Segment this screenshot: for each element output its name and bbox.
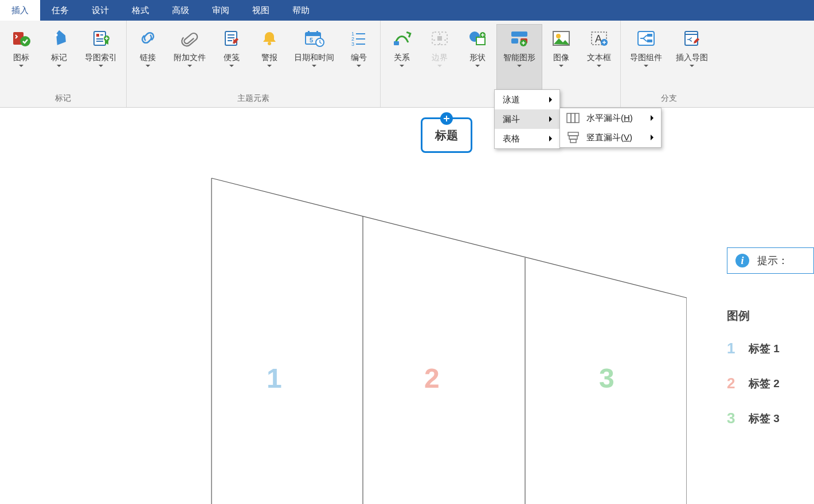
funnel-submenu: 水平漏斗(H) 竖直漏斗(V)	[559, 108, 662, 148]
add-plus-icon[interactable]	[440, 112, 453, 125]
svg-rect-4	[96, 34, 99, 37]
mapparts-button[interactable]: 导图组件	[623, 24, 669, 92]
legend-num: 3	[727, 410, 749, 427]
dropdown-icon	[475, 65, 480, 69]
group-label: 标记	[2, 92, 124, 107]
smartshape-menu: 泳道 漏斗 表格	[494, 89, 560, 149]
number-label: 编号	[351, 52, 367, 62]
guideindex-label: 导图索引	[85, 52, 117, 62]
svg-rect-29	[476, 37, 485, 45]
tab-view[interactable]: 视图	[241, 0, 281, 21]
svg-rect-32	[511, 38, 518, 44]
alarm-button[interactable]: 警报	[251, 24, 288, 92]
menu-item-hfunnel[interactable]: 水平漏斗(H)	[560, 108, 661, 128]
textbox-icon: A	[589, 28, 609, 49]
icon-label: 图标	[13, 52, 29, 62]
date-button[interactable]: 5 日期和时间	[288, 24, 340, 92]
smartshape-button[interactable]: 智能图形	[496, 24, 542, 92]
svg-rect-45	[571, 113, 575, 123]
legend-item-2[interactable]: 2 标签 2	[727, 375, 814, 392]
svg-rect-48	[569, 136, 577, 139]
link-button[interactable]: 链接	[129, 24, 167, 92]
dropdown-icon	[146, 65, 150, 69]
calendar-icon: 5	[304, 28, 324, 49]
legend-label: 标签 2	[749, 376, 780, 391]
hint-text: 提示：	[757, 254, 788, 267]
attach-button[interactable]: 附加文件	[167, 24, 213, 92]
hfunnel-icon	[566, 112, 581, 124]
insertmap-button[interactable]: 插入导图	[669, 24, 715, 92]
insertmap-label: 插入导图	[676, 52, 708, 62]
tab-help[interactable]: 帮助	[281, 0, 321, 21]
relation-icon	[392, 28, 412, 49]
shape-button[interactable]: 形状	[459, 24, 496, 92]
group-topic: 链接 附加文件 便笺 警报 5 日期和时间	[127, 21, 381, 107]
boundary-button: 边界	[421, 24, 459, 92]
funnel-num-1: 1	[267, 363, 282, 394]
paperclip-icon	[179, 28, 200, 49]
tab-insert[interactable]: 插入	[0, 0, 40, 21]
submenu-arrow-icon	[549, 136, 555, 141]
legend-title: 图例	[727, 308, 814, 324]
dropdown-icon	[19, 65, 24, 69]
dropdown-icon	[312, 65, 316, 69]
hint-box[interactable]: i 提示：	[727, 247, 814, 274]
number-button[interactable]: 123 编号	[340, 24, 378, 92]
funnel-num-3: 3	[599, 363, 615, 394]
submenu-arrow-icon	[651, 115, 656, 121]
group-label: 分支	[623, 92, 715, 107]
link-label: 链接	[140, 52, 156, 62]
icon-button[interactable]: 图标	[2, 24, 40, 92]
submenu-arrow-icon	[549, 116, 555, 122]
svg-point-13	[268, 42, 271, 45]
relation-button[interactable]: 关系	[383, 24, 421, 92]
tab-design[interactable]: 设计	[80, 0, 120, 21]
svg-rect-46	[575, 113, 579, 123]
ribbon: 图标 标记 导图索引 标记 链接	[0, 21, 814, 108]
smartshape-icon	[509, 28, 530, 49]
menu-item-table[interactable]: 表格	[495, 129, 559, 148]
attach-label: 附加文件	[174, 52, 206, 62]
note-icon	[221, 28, 242, 49]
image-button[interactable]: 图像	[542, 24, 580, 92]
title-node[interactable]: 标题	[421, 117, 472, 153]
svg-rect-17	[316, 31, 318, 34]
dropdown-icon	[597, 65, 601, 69]
tab-format[interactable]: 格式	[120, 0, 161, 21]
svg-point-36	[556, 34, 561, 38]
svg-rect-44	[567, 113, 571, 123]
group-branch: 导图组件 插入导图 分支	[621, 21, 717, 107]
legend-item-3[interactable]: 3 标签 3	[727, 410, 814, 427]
group-label: 主题元素	[129, 92, 378, 107]
svg-text:5: 5	[310, 37, 313, 44]
marker-button[interactable]: 标记	[40, 24, 78, 92]
funnel-num-2: 2	[424, 363, 440, 394]
dropdown-icon	[517, 65, 522, 69]
vfunnel-icon	[566, 131, 581, 144]
menu-item-lane[interactable]: 泳道	[495, 90, 559, 109]
note-button[interactable]: 便笺	[213, 24, 251, 92]
tab-review[interactable]: 审阅	[201, 0, 241, 21]
canvas[interactable]: 标题 1 2 3 i 提示： 图例 1 标签 1 2 标签 2 3 标签 3	[0, 108, 814, 504]
shape-label: 形状	[469, 52, 486, 62]
svg-rect-42	[647, 40, 652, 42]
menu-item-funnel[interactable]: 漏斗	[495, 109, 559, 129]
menu-label: 泳道	[503, 94, 520, 105]
legend-num: 2	[727, 375, 749, 392]
tag-icon	[49, 28, 69, 49]
dropdown-icon	[437, 65, 442, 69]
insertmap-icon	[682, 28, 702, 49]
dropdown-icon	[559, 65, 563, 69]
funnel-shape[interactable]	[211, 178, 687, 504]
svg-rect-16	[308, 31, 310, 34]
textbox-button[interactable]: A 文本框	[580, 24, 618, 92]
tab-task[interactable]: 任务	[40, 0, 80, 21]
guideindex-button[interactable]: 导图索引	[78, 24, 124, 92]
legend-item-1[interactable]: 1 标签 1	[727, 340, 814, 357]
svg-rect-31	[511, 32, 527, 37]
index-icon	[91, 28, 111, 49]
menu-item-vfunnel[interactable]: 竖直漏斗(V)	[560, 128, 661, 147]
dropdown-icon	[57, 65, 61, 69]
tab-advanced[interactable]: 高级	[161, 0, 201, 21]
submenu-arrow-icon	[651, 135, 656, 140]
